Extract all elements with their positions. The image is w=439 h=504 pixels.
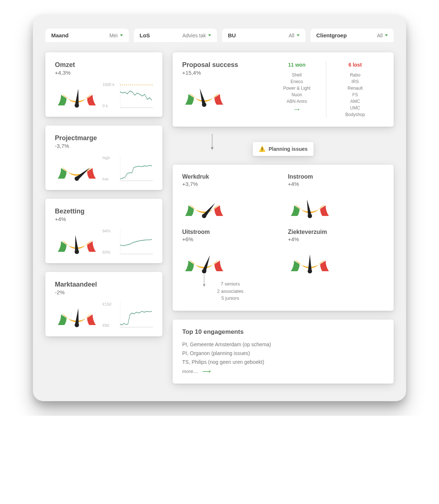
proposal-split: 11 won ShellEnecoPower & LightNuonABN Am…: [268, 61, 384, 118]
filter-value-dropdown[interactable]: All: [377, 33, 388, 38]
card-title: Proposal success: [182, 61, 259, 69]
lost-item: Renault: [330, 85, 381, 92]
filter-label: LoS: [140, 32, 150, 38]
metric-title: Uitstroom: [182, 229, 278, 235]
chevron-down-icon: [385, 34, 388, 36]
lost-item: Rabo: [330, 72, 381, 78]
card-title: Omzet: [55, 61, 153, 69]
svg-point-15: [202, 214, 206, 218]
metric-uitstroom: Uitstroom +6% 7 seniors2 associates5 jun…: [182, 229, 278, 302]
svg-point-17: [202, 269, 206, 273]
card-delta: -3,7%: [55, 143, 153, 149]
card-title: Projectmarge: [55, 134, 153, 142]
chevron-down-icon: [297, 34, 300, 36]
filter-label: Maand: [51, 32, 69, 38]
dashboard-device: Maand Mei LoS Advies tak BU All Clientgr…: [33, 15, 406, 401]
won-item: Power & Light: [271, 85, 322, 92]
won-item: Eneco: [271, 78, 322, 85]
svg-point-16: [308, 214, 312, 218]
engagement-item[interactable]: PI, Organon (planning issues): [182, 350, 384, 356]
metric-delta: +3,7%: [182, 181, 278, 187]
svg-point-4: [75, 176, 79, 181]
filter-label: BU: [228, 32, 236, 38]
card-title: Marktaandeel: [55, 281, 153, 288]
lost-item: AMC: [330, 98, 381, 105]
sparkline-chart: €150 €90: [104, 302, 153, 328]
card-omzet: Omzet +4,3% 1000 k 0 k: [45, 52, 162, 117]
filter-los[interactable]: LoS Advies tak: [134, 29, 217, 42]
filter-clientgroep[interactable]: Clientgroep All: [311, 29, 394, 42]
uitstroom-breakdown: 7 seniors2 associates5 juniors: [182, 280, 278, 302]
svg-point-10: [75, 323, 79, 327]
gauge-instroom: [288, 194, 332, 219]
card-planning: Werkdruk +3,7% Instroom +4% Uitstroom +6…: [173, 165, 394, 311]
chevron-down-icon: [208, 34, 211, 36]
metric-delta: +4%: [288, 181, 384, 187]
lost-item: IRS: [330, 78, 381, 85]
arrow-right-icon: ⟶: [202, 368, 210, 375]
card-projectmarge: Projectmarge -3,7% high low: [45, 126, 162, 190]
gauge-projectmarge: [55, 156, 99, 181]
left-column: Omzet +4,3% 1000 k 0 k Projectmarge -3,7…: [45, 52, 162, 336]
filter-bar: Maand Mei LoS Advies tak BU All Clientgr…: [45, 29, 394, 42]
more-link[interactable]: more.... ⟶: [182, 368, 384, 375]
card-engagements: Top 10 engagements PI, Gemeente Amsterda…: [173, 320, 394, 384]
gauge-bezetting: [55, 229, 99, 254]
metric-delta: +6%: [182, 236, 278, 242]
card-delta: -2%: [55, 289, 153, 295]
gauge-werkdruk: [182, 194, 226, 219]
svg-point-13: [202, 102, 206, 107]
card-title: Bezetting: [55, 208, 153, 215]
lost-item: UMC: [330, 105, 381, 111]
gauge-omzet: [55, 83, 99, 108]
sparkline-chart: high low: [104, 156, 153, 181]
sparkline-chart: 1000 k 0 k: [104, 82, 153, 108]
gauge-proposal: [182, 82, 226, 107]
metric-instroom: Instroom +4%: [288, 173, 384, 219]
lost-item: Bodyshop: [330, 111, 381, 118]
engagement-item[interactable]: PI, Gemeente Amsterdam (op schema): [182, 341, 384, 347]
right-column: Proposal success +15,4% 11 won ShellEnec…: [173, 52, 394, 384]
metric-werkdruk: Werkdruk +3,7%: [182, 173, 278, 219]
sparkline-chart: 84% 83%: [104, 229, 153, 254]
filter-value-dropdown[interactable]: Mei: [109, 33, 123, 38]
card-title: Top 10 engagements: [182, 328, 384, 336]
metric-delta: +4%: [288, 236, 384, 242]
gauge-ziekteverzuim: [288, 249, 332, 274]
won-item: Shell: [271, 72, 322, 78]
warning-icon: ⚠️: [259, 146, 266, 152]
engagement-item[interactable]: TS, Philips (nog geen uren geboekt): [182, 359, 384, 365]
card-bezetting: Bezetting +4% 84% 83%: [45, 199, 162, 263]
metric-title: Ziekteverzuim: [288, 229, 384, 235]
filter-label: Clientgroep: [316, 32, 347, 38]
proposal-lost-column: 6 lost RaboIRSRenaultFSAMCUMCBodyshop: [326, 61, 384, 118]
filter-bu[interactable]: BU All: [222, 29, 305, 42]
lost-count: 6 lost: [330, 61, 381, 69]
card-delta: +4,3%: [55, 70, 153, 76]
filter-value-dropdown[interactable]: Advies tak: [182, 33, 211, 38]
svg-point-0: [75, 103, 79, 108]
won-item: Nuon: [271, 92, 322, 98]
won-count: 11 won: [271, 61, 322, 69]
chevron-down-icon: [120, 34, 123, 36]
card-marktaandeel: Marktaandeel -2% €150 €90: [45, 272, 162, 336]
svg-point-7: [75, 250, 79, 254]
proposal-won-column: 11 won ShellEnecoPower & LightNuonABN Am…: [268, 61, 326, 118]
lost-item: FS: [330, 92, 381, 98]
metric-title: Werkdruk: [182, 173, 278, 180]
svg-point-19: [308, 269, 312, 273]
planning-issues-flag[interactable]: ⚠️ Planning issues: [253, 142, 314, 156]
gauge-marktaandeel: [55, 303, 99, 328]
gauge-uitstroom: [182, 249, 226, 274]
won-item: ABN Amro: [271, 98, 322, 105]
arrow-right-icon[interactable]: ⟶: [271, 107, 322, 112]
filter-value-dropdown[interactable]: All: [289, 33, 300, 38]
metric-ziekteverzuim: Ziekteverzuim +4%: [288, 229, 384, 302]
metric-title: Instroom: [288, 173, 384, 180]
card-delta: +4%: [55, 216, 153, 222]
filter-maand[interactable]: Maand Mei: [45, 29, 129, 42]
card-proposal-success: Proposal success +15,4% 11 won ShellEnec…: [173, 52, 394, 127]
card-delta: +15,4%: [182, 70, 259, 76]
